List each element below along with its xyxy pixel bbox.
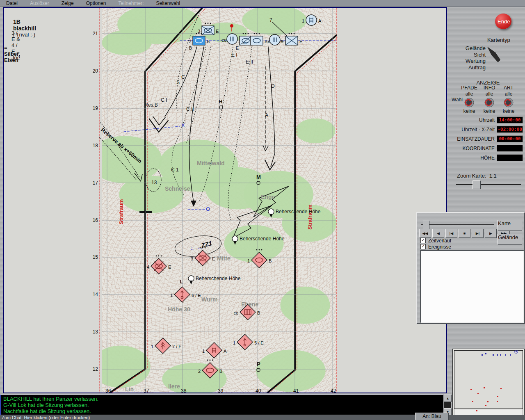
anzeige-keine-label: keine <box>459 108 479 114</box>
minimap-red-unit-dot <box>477 393 479 394</box>
play-back-button[interactable]: ◀ <box>432 229 444 238</box>
grid-row-label: 20 <box>93 68 98 74</box>
checkbox-zeitverlauf[interactable]: ✓ Zeitverlauf <box>420 237 451 244</box>
rewind-button[interactable]: ◀◀ <box>419 229 431 238</box>
minimap-blue-unit-dot <box>510 354 511 356</box>
anzeige-alle-label: alle <box>479 91 499 97</box>
slider-track <box>456 184 521 185</box>
ende-button[interactable]: Ende <box>495 14 511 29</box>
grid-row-label: 21 <box>93 31 98 37</box>
menu-item-auslöser: Auslöser <box>24 0 55 6</box>
anzeige-keine-label: keine <box>499 108 518 114</box>
field-label: HÖHE <box>451 155 497 161</box>
zoom-karte-label: Zoom Karte: 1.1 <box>457 173 497 179</box>
playback-checkboxes: ✓ Zeitverlauf✓ Ereignisse <box>420 237 451 250</box>
kartentyp-option-auftrag[interactable]: Auftrag <box>451 64 486 71</box>
minimap-red-unit-dot <box>476 410 477 411</box>
anzeige-col-name: INFO <box>479 85 499 91</box>
minimap-blue-unit-dot <box>505 354 506 356</box>
anzeige-col-name: PFADE <box>459 85 479 91</box>
scroll-up-icon[interactable]: ▲ <box>444 395 452 402</box>
grid-row-label: 14 <box>93 292 98 297</box>
kartentyp-option-gelaende[interactable]: Gelände <box>451 45 486 51</box>
minimap-panel[interactable] <box>452 349 525 418</box>
play-button[interactable]: ▶ <box>485 229 497 238</box>
stop-button[interactable]: ■ <box>459 229 470 238</box>
zoom-karte-value: 1.1 <box>489 173 497 179</box>
chat-line: G-Vill Lok hat die Sitzung verlassen. <box>3 402 441 408</box>
kartentyp-title: Kartentyp <box>487 37 510 43</box>
chat-log[interactable]: BLACKHILL hat Ihren Panzer verlassen.G-V… <box>0 395 443 415</box>
chat-recipient-button[interactable]: An: Blau <box>415 413 449 420</box>
zoom-karte-slider[interactable] <box>456 180 521 189</box>
status-field-row: KOORDINATE <box>451 144 524 153</box>
status-field-row: Uhrzeit 14:00:00 <box>451 115 524 125</box>
minimap-red-unit-dot <box>484 387 485 388</box>
checkbox-label: Ereignisse <box>428 244 451 250</box>
anzeige-alle-label: alle <box>459 91 479 97</box>
slider-thumb[interactable] <box>423 221 429 229</box>
minimap-red-unit-dot <box>500 388 502 389</box>
minimap-blue-unit-dot <box>482 354 483 356</box>
menu-item-datei[interactable]: Datei <box>0 0 24 6</box>
minimap-red-unit-dot <box>497 401 498 402</box>
grid-row-label: 15 <box>93 254 98 260</box>
chat-scrollbar[interactable]: ▲ ▼ <box>444 395 451 415</box>
minimap-red-unit-dot <box>485 405 486 406</box>
grid-row-label: 19 <box>93 105 98 111</box>
minimap-red-unit-dot <box>497 396 498 397</box>
checkbox-icon[interactable]: ✓ <box>420 244 426 249</box>
anzeige-knob-icon[interactable] <box>484 98 494 107</box>
kartentyp-option-wertung[interactable]: Wertung <box>451 58 486 64</box>
minimap-blue-unit-dot <box>497 354 498 356</box>
topographic-map[interactable] <box>102 8 337 393</box>
minimap-blue-unit-dot <box>500 354 501 356</box>
menu-item-teilnehmer: Teilnehmer: <box>112 0 150 6</box>
menu-item-zeige[interactable]: Zeige <box>55 0 80 6</box>
minimap-red-unit-dot <box>487 401 488 402</box>
grid-row-label: 13 <box>93 329 98 335</box>
step-back-button[interactable]: |◀ <box>445 229 457 238</box>
slider-thumb[interactable] <box>472 180 481 189</box>
step-forward-button[interactable]: ▶| <box>472 229 484 238</box>
grid-row-label: 16 <box>93 217 98 223</box>
anzeige-knob-icon[interactable] <box>504 98 514 107</box>
checkbox-ereignisse[interactable]: ✓ Ereignisse <box>420 244 451 250</box>
map-window[interactable]: 1B blackhill / Trival :-) 3 / E & 4 / E … <box>3 7 447 393</box>
menu-item-optionen[interactable]: Optionen <box>80 0 112 6</box>
gelaende-button[interactable]: Gelände <box>498 234 522 245</box>
anzeige-keine-label: keine <box>479 108 499 114</box>
menu-bar: DateiAuslöserZeigeOptionenTeilnehmer:Sei… <box>0 0 525 7</box>
chat-line: Nachtfalke hat die Sitzung verlassen. <box>3 408 441 414</box>
chat-line: BLACKHILL hat Ihren Panzer verlassen. <box>3 396 441 402</box>
menu-item-seitenwahl[interactable]: Seitenwahl <box>150 0 186 6</box>
field-value: -02:00:00 <box>497 126 523 133</box>
anzeige-column-info: INFO alle keine <box>479 85 499 114</box>
status-fields: Uhrzeit 14:00:00Uhrzeit - X-Zeit -02:00:… <box>451 115 524 162</box>
checkbox-label: Zeitverlauf <box>428 238 451 244</box>
kartentyp-knob-icon[interactable] <box>486 44 505 66</box>
status-field-row: EINSATZDAUER 00:00:00 <box>451 134 524 144</box>
event-listbox[interactable] <box>420 250 524 323</box>
anzeige-alle-label: alle <box>499 91 518 97</box>
minimap-red-unit-dot <box>470 389 472 390</box>
kartentyp-option-sicht[interactable]: Sicht <box>451 52 486 58</box>
minimap-blue-unit-dot <box>485 353 486 354</box>
karte-button[interactable]: Karte <box>498 220 522 231</box>
minimap-canvas[interactable] <box>454 350 523 409</box>
grid-row-label: 12 <box>93 366 98 372</box>
status-field-row: Uhrzeit - X-Zeit -02:00:00 <box>451 125 524 134</box>
annotation-line3: = Silber, Eisen <box>4 45 20 63</box>
field-label: Uhrzeit - X-Zeit <box>451 127 497 132</box>
minimap-blue-unit-dot <box>493 354 494 356</box>
checkbox-icon[interactable]: ✓ <box>420 238 426 243</box>
field-label: Uhrzeit <box>451 117 497 123</box>
status-field-row: HÖHE <box>451 153 524 162</box>
minimap-blue-unit-dot <box>516 351 517 352</box>
anzeige-col-name: ART <box>499 85 518 91</box>
playback-panel: ◀◀◀|◀■▶|▶▶▶ Karte Gelände ✓ Zeitverlauf✓… <box>416 212 525 324</box>
field-value: 14:00:00 <box>497 116 523 123</box>
anzeige-knob-icon[interactable] <box>464 98 474 107</box>
anzeige-column-art: ART alle keine <box>499 85 518 114</box>
field-value <box>497 154 523 161</box>
